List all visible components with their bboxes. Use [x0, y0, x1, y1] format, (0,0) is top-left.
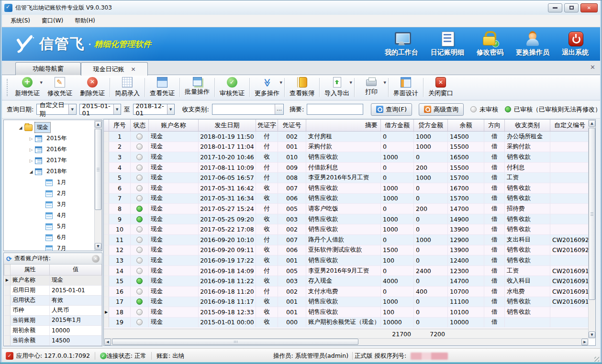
table-row[interactable]: 17现金2016-09-18 11:17收001销售应收款1000011100借… — [104, 297, 595, 308]
table-row[interactable]: 1现金2018-01-19 11:50付002支付房租0100014500借办公… — [104, 132, 595, 142]
dropdown-arrow-icon[interactable]: ▼ — [280, 81, 282, 85]
tree-item-1月[interactable]: 1月 — [4, 177, 102, 188]
table-row[interactable]: 2现金2018-01-17 11:04付001采购付款0100015500借采购… — [104, 142, 595, 153]
table-row[interactable]: 4现金2017-08-11 10:09付009付借款利息020015500借付利… — [104, 163, 595, 173]
toolbar-grip[interactable] — [7, 79, 9, 96]
banner-action-workbench[interactable]: 我的工作台 — [385, 31, 418, 57]
grid-column-header[interactable]: 收支类别 — [505, 120, 550, 131]
tree-item-2017年[interactable]: ▷2017年 — [4, 155, 102, 166]
table-row[interactable]: 16现金2016-09-18 11:20付002支付水电费040010700借水… — [104, 287, 595, 297]
tree-item-7月[interactable]: 7月 — [4, 243, 102, 251]
details-row[interactable]: 当前账期2015年1月 — [4, 315, 102, 325]
grid-column-header[interactable]: 余额 — [448, 120, 484, 131]
banner-action-exit-system[interactable]: 退出系统 — [562, 31, 589, 57]
toolbar-edit-voucher-button[interactable]: 修改凭证 — [44, 75, 76, 100]
toolbar-audit-voucher-button[interactable]: 审核凭证 — [216, 75, 248, 100]
table-row[interactable]: 10现金2017-05-22 17:08收002销售应收款1000013900借… — [104, 224, 595, 235]
scroll-right-icon[interactable]: ▶ — [581, 339, 588, 345]
details-close-icon[interactable]: ✕ — [92, 255, 100, 263]
tab-close-icon[interactable]: ✕ — [131, 66, 135, 73]
date-mode-select[interactable]: 自定义日期 ▼ — [36, 104, 76, 115]
toolbar-view-books-button[interactable]: 查看账簿 — [286, 75, 318, 100]
query-button[interactable]: 查询(F) — [371, 103, 412, 116]
table-row[interactable]: 19现金2015-01-01 00:00收000账户期初余额凭证（现金）1000… — [104, 318, 595, 328]
scroll-thumb[interactable] — [95, 129, 101, 210]
tree-item-2015年[interactable]: ▷2015年 — [4, 133, 102, 144]
details-row[interactable]: 启用日期2015-01-01 — [4, 285, 102, 295]
scroll-down-icon[interactable]: ▼ — [589, 331, 595, 338]
toolbar-add-voucher-button[interactable]: ▼新增凭证 — [11, 75, 44, 100]
minimize-button[interactable] — [548, 3, 562, 12]
details-row[interactable]: 币种人民币 — [4, 305, 102, 315]
collapse-icon[interactable]: ◢ — [18, 125, 23, 130]
details-row[interactable]: 期初余额10000 — [4, 325, 102, 335]
date-from-picker[interactable]: 2015-01-01 ▼ — [79, 104, 121, 115]
scroll-left-icon[interactable]: ◀ — [104, 339, 111, 345]
grid-column-header[interactable]: 凭证号 — [278, 120, 306, 131]
grid-column-header[interactable]: 借方金额 — [381, 120, 414, 131]
grid-hscrollbar[interactable]: ◀ ▶ — [104, 338, 589, 345]
advanced-query-button[interactable]: 高级查询 — [419, 103, 464, 116]
grid-column-header[interactable]: 序号 — [109, 120, 131, 131]
toolbar-print-button[interactable]: ▼打印 — [356, 75, 387, 100]
tree-scrollbar[interactable]: ▲ ▼ — [94, 120, 102, 251]
toolbar-close-window-button[interactable]: 关闭窗口 — [424, 75, 457, 100]
refresh-icon[interactable]: ⟳ — [6, 255, 12, 263]
scroll-up-icon[interactable]: ▲ — [95, 121, 101, 128]
table-row[interactable]: 14现金2016-09-18 14:09付005李亚男2016年9月工资0240… — [104, 266, 595, 276]
table-row[interactable]: 15现金2016-09-18 11:22收003存入现金4000014700借收… — [104, 276, 595, 287]
table-row[interactable]: 7现金2017-05-31 16:34收006销售应收款1000015700借销… — [104, 194, 595, 204]
tree-item-6月[interactable]: 6月 — [4, 232, 102, 243]
dropdown-arrow-icon[interactable]: ▼ — [350, 81, 352, 85]
summary-input[interactable] — [307, 104, 363, 115]
toolbar-quick-entry-button[interactable]: 简易录入 — [111, 75, 144, 100]
toolbar-ui-design-button[interactable]: 界面设计 — [390, 75, 422, 100]
banner-action-change-password[interactable]: ✓修改密码 — [477, 31, 503, 57]
grid-column-header[interactable]: 凭证字 — [256, 120, 278, 131]
tab-cash-journal[interactable]: 现金日记账 ✕ — [81, 62, 148, 76]
grid-column-header[interactable]: 账户名称 — [149, 120, 199, 131]
table-row[interactable]: 12现金2016-09-20 09:11收006亚拓软件测试应收款1500013… — [104, 245, 595, 256]
tabstrip-close-icon[interactable]: ✕ — [590, 64, 595, 71]
table-row[interactable]: 3现金2017-10-20 10:46收010销售应收款1000016500借销… — [104, 152, 595, 163]
resize-grip[interactable] — [594, 357, 599, 362]
close-button[interactable]: ✕ — [580, 3, 598, 12]
grid-column-header[interactable]: 自定义编号 — [550, 120, 589, 131]
toolbar-view-voucher-button[interactable]: 查看凭证 — [146, 75, 178, 100]
dropdown-arrow-icon[interactable]: ▼ — [384, 81, 386, 85]
table-row[interactable]: ▶18现金2015-09-18 12:33收001销售应收款100010100借… — [104, 307, 595, 318]
tree-item-2016年[interactable]: ▷2016年 — [4, 144, 102, 155]
grid-column-header[interactable]: 发生日期 — [199, 120, 256, 131]
expand-icon[interactable]: ▷ — [29, 147, 33, 152]
tab-nav-window[interactable]: 功能导航窗 — [15, 62, 81, 75]
tree-item-现金[interactable]: ◢现金 — [4, 122, 102, 133]
scroll-thumb[interactable] — [589, 128, 595, 300]
table-row[interactable]: 11现金2016-09-20 10:10付007路丹个人借款0100012900… — [104, 235, 595, 245]
toolbar-delete-voucher-button[interactable]: 删除凭证 — [76, 75, 109, 100]
details-row[interactable]: 当前余额14500 — [4, 335, 102, 345]
tree-item-3月[interactable]: 3月 — [4, 199, 102, 210]
banner-action-journal-detail[interactable]: 日记账明细 — [431, 31, 464, 57]
tree-item-4月[interactable]: 4月 — [4, 210, 102, 221]
category-ellipsis-button[interactable]: … — [275, 104, 283, 114]
menu-window[interactable]: 窗口(W) — [37, 15, 68, 26]
scroll-down-icon[interactable]: ▼ — [95, 243, 101, 250]
grid-column-header[interactable]: 贷方金额 — [414, 120, 448, 131]
toolbar-more-ops-button[interactable]: ▼更多操作 — [251, 75, 283, 100]
collapse-icon[interactable]: ◢ — [29, 169, 33, 174]
grid-column-header[interactable]: 摘要 — [306, 120, 381, 131]
category-input[interactable] — [212, 104, 284, 115]
table-row[interactable]: 8现金2017-05-27 15:24付005请客户吃饭020014700借招待… — [104, 204, 595, 214]
date-to-picker[interactable]: 2018-12-01 ▼ — [133, 104, 175, 115]
menu-system[interactable]: 系统(S) — [6, 15, 35, 26]
toolbar-batch-ops-button[interactable]: 批量操作 — [181, 75, 213, 100]
grid-column-header[interactable]: 状态 — [131, 120, 149, 131]
table-row[interactable]: 6现金2017-05-31 16:42收007销售应收款1000016700借销… — [104, 183, 595, 194]
table-row[interactable]: 9现金2017-05-25 09:20收003销售应收款1000014900借销… — [104, 214, 595, 225]
scroll-up-icon[interactable]: ▲ — [589, 120, 595, 127]
banner-action-switch-operator[interactable]: 更换操作员 — [516, 31, 549, 57]
menu-help[interactable]: 帮助(H) — [70, 15, 100, 26]
toolbar-import-export-button[interactable]: ▼导入导出 — [321, 75, 353, 100]
details-row[interactable]: 启用状态有效 — [4, 295, 102, 305]
table-row[interactable]: 13现金2016-09-19 17:22收001销售应收款100012400借销… — [104, 255, 595, 266]
